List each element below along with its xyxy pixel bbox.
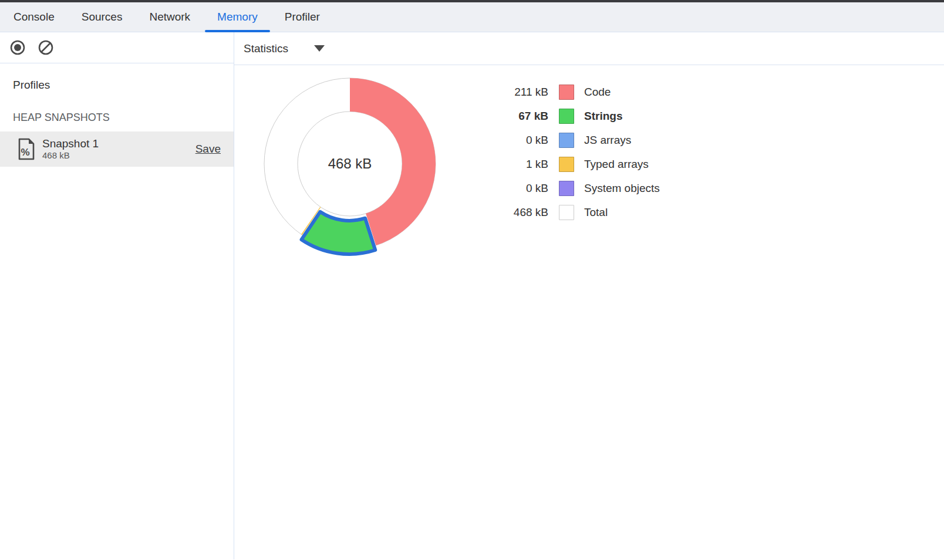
- legend-row-js-arrays[interactable]: 0 kBJS arrays: [481, 128, 660, 152]
- snapshot-size: 468 kB: [42, 150, 195, 160]
- legend-swatch: [559, 181, 574, 196]
- perspective-select[interactable]: Statistics: [244, 42, 325, 55]
- legend-value: 211 kB: [481, 86, 548, 99]
- main-toolbar: Statistics: [234, 32, 944, 65]
- legend-label: Strings: [584, 110, 622, 123]
- chart-legend: 211 kBCode67 kBStrings0 kBJS arrays1 kBT…: [481, 80, 660, 224]
- legend-swatch: [559, 157, 574, 172]
- tab-network[interactable]: Network: [136, 2, 204, 32]
- legend-row-total[interactable]: 468 kBTotal: [481, 200, 660, 224]
- save-snapshot-link[interactable]: Save: [195, 143, 221, 156]
- donut-chart[interactable]: 468 kB: [256, 70, 444, 258]
- profiles-sidebar: Profiles HEAP SNAPSHOTS % Snapshot 1 468…: [0, 32, 234, 559]
- legend-row-system-objects[interactable]: 0 kBSystem objects: [481, 176, 660, 200]
- legend-row-code[interactable]: 211 kBCode: [481, 80, 660, 104]
- record-icon: [9, 39, 26, 56]
- legend-swatch: [559, 133, 574, 148]
- legend-label: Total: [584, 206, 608, 219]
- snapshot-text: Snapshot 1 468 kB: [42, 137, 195, 160]
- legend-swatch: [559, 85, 574, 100]
- chevron-down-icon: [314, 45, 325, 52]
- legend-value: 67 kB: [481, 110, 548, 123]
- heap-snapshots-section-heading: HEAP SNAPSHOTS: [0, 112, 234, 124]
- tab-sources[interactable]: Sources: [68, 2, 136, 32]
- legend-label: System objects: [584, 182, 660, 195]
- clear-icon: [38, 39, 54, 56]
- statistics-chart-area: 468 kB 211 kBCode67 kBStrings0 kBJS arra…: [234, 65, 944, 559]
- clear-profiles-button[interactable]: [36, 38, 55, 57]
- legend-value: 1 kB: [481, 158, 548, 171]
- svg-text:%: %: [21, 147, 29, 158]
- heap-snapshot-file-icon: %: [18, 138, 35, 160]
- legend-value: 0 kB: [481, 134, 548, 147]
- devtools-tab-bar: Console Sources Network Memory Profiler: [0, 2, 944, 32]
- tab-console[interactable]: Console: [0, 2, 68, 32]
- tab-memory[interactable]: Memory: [204, 2, 271, 32]
- memory-main-pane: Statistics 468 kB 211 kBCode67 kBStrings…: [234, 32, 944, 559]
- profiles-list: Profiles HEAP SNAPSHOTS % Snapshot 1 468…: [0, 63, 234, 559]
- legend-row-strings[interactable]: 67 kBStrings: [481, 104, 660, 128]
- legend-value: 0 kB: [481, 182, 548, 195]
- legend-label: Code: [584, 86, 611, 99]
- legend-swatch: [559, 205, 574, 220]
- snapshot-list-item[interactable]: % Snapshot 1 468 kB Save: [0, 131, 234, 167]
- perspective-select-label: Statistics: [244, 42, 288, 55]
- legend-label: JS arrays: [584, 134, 631, 147]
- sidebar-toolbar: [0, 32, 234, 63]
- legend-row-typed-arrays[interactable]: 1 kBTyped arrays: [481, 152, 660, 176]
- snapshot-title: Snapshot 1: [42, 137, 195, 150]
- donut-center-label: 468 kB: [328, 156, 372, 171]
- legend-swatch: [559, 109, 574, 124]
- legend-value: 468 kB: [481, 206, 548, 219]
- record-heap-snapshot-button[interactable]: [8, 38, 27, 57]
- profiles-heading: Profiles: [0, 79, 234, 92]
- legend-label: Typed arrays: [584, 158, 649, 171]
- tab-profiler[interactable]: Profiler: [271, 2, 333, 32]
